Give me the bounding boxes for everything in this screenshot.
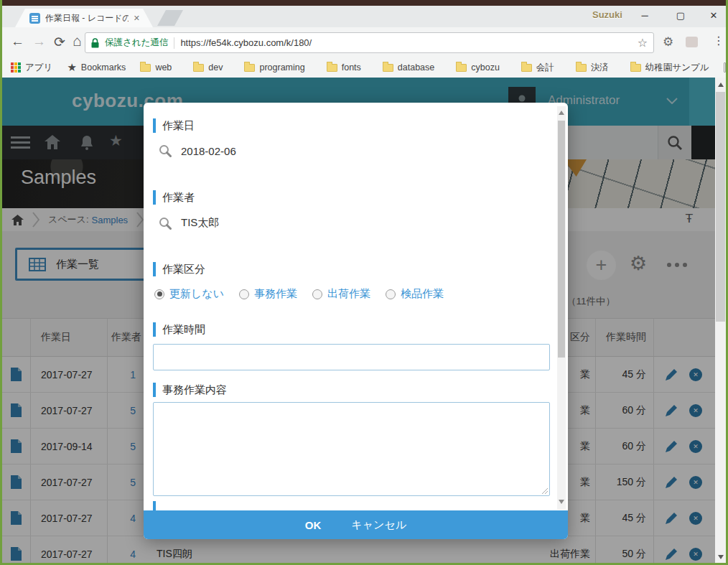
lookup-search-icon — [159, 144, 172, 157]
browser-titlebar: 作業日報 - レコードの一覧 ✕ Suzuki ─ ▢ ✕ — [2, 6, 726, 27]
bookmark-folder[interactable]: web — [140, 62, 172, 74]
home-button[interactable]: ⌂ — [73, 32, 82, 50]
extension-icon[interactable] — [686, 37, 698, 47]
reload-button[interactable]: ⟳ — [54, 34, 65, 50]
field-accent-bar — [153, 262, 156, 276]
modal-scrollbar[interactable] — [557, 106, 566, 510]
bookmark-folder[interactable]: cybozu — [456, 62, 500, 74]
field-accent-bar — [153, 190, 156, 205]
secure-lock-icon — [91, 38, 99, 48]
bookmark-folder[interactable]: dev — [193, 62, 223, 74]
lookup-search-icon — [159, 217, 172, 230]
page-scrollbar[interactable] — [715, 78, 726, 565]
radio-option[interactable]: 更新しない — [154, 287, 224, 301]
bookmark-star-icon[interactable]: ☆ — [638, 36, 648, 50]
tab-favicon-icon — [29, 13, 40, 24]
browser-profile-name[interactable]: Suzuki — [592, 9, 622, 20]
bookmark-folder[interactable]: 会計 — [521, 62, 554, 74]
scrollbar-thumb[interactable] — [716, 92, 725, 322]
browser-tab[interactable]: 作業日報 - レコードの一覧 ✕ — [15, 9, 153, 27]
window-frame-top — [0, 0, 728, 6]
radio-label[interactable]: 出荷作業 — [327, 287, 370, 301]
desc-label-text: 事務作業内容 — [162, 383, 227, 397]
apps-grid-icon — [11, 62, 21, 73]
desc-textarea[interactable] — [153, 402, 550, 496]
time-label-text: 作業時間 — [162, 323, 205, 337]
url-text[interactable]: https://fe54k.cybozu.com/k/180/ — [180, 37, 631, 48]
dialog-footer: OK キャンセル — [144, 510, 568, 539]
url-separator — [174, 37, 174, 49]
window-frame-left — [0, 0, 2, 565]
bookmark-folder[interactable]: 決済 — [576, 62, 609, 74]
ok-button[interactable]: OK — [305, 519, 322, 531]
radio-button[interactable] — [312, 289, 322, 299]
radio-option[interactable]: 出荷作業 — [312, 287, 370, 301]
folder-label: database — [398, 62, 434, 73]
field-label-worker: 作業者 — [153, 190, 195, 205]
date-label-text: 作業日 — [162, 119, 195, 133]
field-label-desc: 事務作業内容 — [153, 383, 227, 397]
new-tab-button[interactable] — [157, 10, 183, 26]
time-input[interactable] — [153, 344, 550, 370]
folder-icon — [140, 64, 151, 72]
tab-title: 作業日報 - レコードの一覧 — [45, 12, 129, 24]
folder-icon — [193, 64, 204, 72]
worker-label-text: 作業者 — [162, 191, 195, 205]
modal-scroll-down-arrow[interactable] — [559, 500, 564, 504]
radio-option[interactable]: 事務作業 — [239, 287, 297, 301]
field-accent-bar — [153, 383, 156, 397]
bookmark-folder[interactable]: fonts — [327, 62, 361, 74]
bulk-edit-dialog: 作業日 2018-02-06 作業者 TIS太郎 作業区分 更新しない 事務作業 — [144, 103, 568, 539]
tab-close-icon[interactable]: ✕ — [134, 14, 140, 23]
radio-label[interactable]: 検品作業 — [401, 287, 444, 301]
radio-button[interactable] — [239, 289, 249, 299]
radio-button[interactable] — [386, 289, 396, 299]
browser-menu-icon[interactable]: ⋮ — [713, 34, 724, 47]
textarea-resize-grip[interactable] — [541, 487, 548, 494]
back-button[interactable]: ← — [11, 34, 24, 50]
radio-button[interactable] — [154, 289, 164, 299]
folder-icon — [576, 64, 587, 72]
worker-lookup-field[interactable]: TIS太郎 — [159, 216, 219, 230]
bookmarks-label: Bookmarks — [81, 62, 126, 73]
folder-label: 会計 — [536, 62, 554, 74]
bookmark-folder[interactable]: database — [383, 62, 434, 74]
bookmark-apps[interactable]: アプリ — [11, 62, 52, 74]
date-value: 2018-02-06 — [181, 145, 236, 157]
window-minimize-button[interactable]: ─ — [633, 6, 657, 24]
radio-option[interactable]: 検品作業 — [386, 287, 444, 301]
radio-selected-dot — [157, 291, 162, 296]
folder-label: cybozu — [471, 62, 500, 73]
field-accent-bar — [153, 118, 156, 133]
scrollbar-down-arrow[interactable] — [718, 555, 724, 559]
folder-label: 決済 — [591, 62, 609, 74]
folder-icon — [244, 64, 255, 72]
bookmark-folder-list: web dev programing fonts database cybozu… — [140, 62, 716, 74]
url-bar[interactable]: 保護された通信 https://fe54k.cybozu.com/k/180/ … — [85, 32, 654, 53]
window-close-button[interactable]: ✕ — [701, 6, 726, 24]
star-icon: ★ — [67, 61, 76, 74]
kubun-label-text: 作業区分 — [162, 263, 205, 276]
field-accent-bar — [153, 322, 156, 337]
field-label-kubun: 作業区分 — [153, 262, 205, 276]
security-label: 保護された通信 — [105, 37, 168, 49]
folder-label: programing — [259, 62, 304, 73]
field-label-time: 作業時間 — [153, 322, 205, 337]
bookmark-bookmarks[interactable]: ★ Bookmarks — [67, 61, 126, 74]
cancel-button[interactable]: キャンセル — [351, 518, 406, 532]
bookmark-folder[interactable]: programing — [244, 62, 304, 74]
date-lookup-field[interactable]: 2018-02-06 — [159, 144, 236, 157]
folder-label: 幼稚園サンプル — [645, 62, 709, 74]
bookmark-folder[interactable]: 幼稚園サンプル — [630, 62, 709, 74]
modal-scroll-up-arrow[interactable] — [559, 111, 564, 115]
modal-scroll-thumb[interactable] — [558, 121, 565, 358]
field-label-date: 作業日 — [153, 118, 195, 133]
radio-label[interactable]: 事務作業 — [254, 287, 297, 301]
scrollbar-up-arrow[interactable] — [718, 83, 724, 87]
radio-label[interactable]: 更新しない — [169, 287, 224, 301]
forward-button[interactable]: → — [32, 34, 46, 50]
window-maximize-button[interactable]: ▢ — [668, 6, 693, 24]
extension-gear-icon[interactable]: ⚙ — [663, 34, 673, 50]
bookmarks-bar: アプリ ★ Bookmarks web dev programing fonts… — [2, 57, 726, 78]
folder-icon — [327, 64, 337, 72]
